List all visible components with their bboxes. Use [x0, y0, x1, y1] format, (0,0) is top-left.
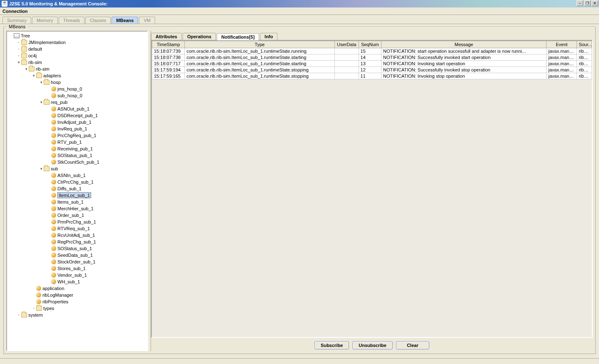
bean-icon [51, 219, 56, 224]
tree-node[interactable]: ▾req_pub [7, 99, 147, 106]
table-row[interactable]: 15:18:07:739com.oracle.rib.rib-sim.ItemL… [152, 48, 592, 54]
tree-node[interactable]: InvAdjust_pub_1 [7, 119, 147, 125]
tree-node[interactable]: ASNOut_pub_1 [7, 106, 147, 112]
table-cell [335, 54, 359, 61]
top-tab-memory[interactable]: Memory [32, 17, 58, 24]
table-cell: javax.mana... [547, 73, 577, 79]
tree-node[interactable]: RTVReq_sub_1 [7, 225, 147, 232]
tree-node[interactable]: WH_sub_1 [7, 278, 147, 285]
tree-node[interactable]: RTV_pub_1 [7, 139, 147, 145]
tree-node[interactable]: DSDReceipt_pub_1 [7, 112, 147, 119]
detail-tab-info[interactable]: Info [260, 33, 277, 40]
tree-node[interactable]: Receiving_pub_1 [7, 145, 147, 152]
tree-node[interactable]: ClrPrcChg_sub_1 [7, 179, 147, 185]
subscribe-button[interactable]: Subscribe [314, 341, 349, 349]
top-tab-mbeans[interactable]: MBeans [111, 17, 138, 24]
tree-node[interactable]: jms_hosp_0 [7, 86, 147, 92]
close-button[interactable]: ✕ [592, 0, 598, 6]
tree-node[interactable]: Diffs_sub_1 [7, 185, 147, 192]
tree-node[interactable]: SeedData_sub_1 [7, 252, 147, 258]
tree-node[interactable]: Tree [7, 32, 147, 39]
tree-node[interactable]: Stores_sub_1 [7, 265, 147, 272]
detail-tab-attributes[interactable]: Attributes [151, 33, 182, 40]
detail-tab-notifications[interactable]: Notifications[5] [217, 33, 259, 40]
table-cell: 11 [359, 73, 381, 79]
tree-node[interactable]: StockOrder_sub_1 [7, 258, 147, 265]
column-header[interactable]: Sour... [577, 41, 592, 48]
column-header[interactable]: SeqNum [359, 41, 381, 48]
tree-node[interactable]: ▾adapters [7, 72, 147, 79]
tree-node[interactable]: SOStatus_pub_1 [7, 152, 147, 159]
top-tab-threads[interactable]: Threads [59, 17, 84, 24]
collapse-toggle-icon[interactable]: ◦ [31, 306, 36, 310]
tree-node[interactable]: ◦oc4j [7, 52, 147, 59]
tree-node[interactable]: RcvUnitAdj_sub_1 [7, 232, 147, 239]
table-row[interactable]: 15:18:07:738com.oracle.rib.rib-sim.ItemL… [152, 54, 592, 61]
expand-toggle-icon[interactable]: ▾ [31, 74, 36, 78]
tree-node[interactable]: PrcChgReq_pub_1 [7, 132, 147, 139]
tree-node[interactable]: Items_sub_1 [7, 199, 147, 205]
mbeans-panel: MBeans Tree◦JMImplementation◦default◦oc4… [3, 27, 596, 354]
tree-node[interactable]: application [7, 285, 147, 292]
folder-icon [29, 66, 35, 71]
tree-node[interactable]: ▾sub [7, 165, 147, 172]
tree-node[interactable]: RegPrcChg_sub_1 [7, 239, 147, 245]
tree-node[interactable]: ItemLoc_sub_1 [7, 192, 147, 199]
tree-node-label: Order_sub_1 [57, 213, 84, 218]
collapse-toggle-icon[interactable]: ◦ [16, 47, 21, 51]
collapse-toggle-icon[interactable]: ◦ [16, 40, 21, 44]
java-icon [2, 1, 7, 7]
tree-node[interactable]: ◦types [7, 305, 147, 312]
expand-toggle-icon[interactable]: ▾ [39, 167, 44, 171]
mbean-tree[interactable]: Tree◦JMImplementation◦default◦oc4j▾rib-s… [6, 31, 148, 351]
tree-node[interactable]: sub_hosp_0 [7, 92, 147, 99]
collapse-toggle-icon[interactable]: ◦ [16, 54, 21, 58]
menu-connection[interactable]: Connection [2, 9, 28, 14]
top-tab-summary[interactable]: Summary [2, 17, 31, 24]
unsubscribe-button[interactable]: Unsubscribe [352, 341, 393, 349]
tree-node-label: RcvUnitAdj_sub_1 [57, 233, 95, 238]
maximize-button[interactable]: ❐ [584, 0, 591, 6]
tree-node[interactable]: SOStatus_sub_1 [7, 245, 147, 252]
collapse-toggle-icon[interactable]: ◦ [16, 313, 21, 317]
tree-node-label: rib-sim [36, 66, 50, 71]
tree-node[interactable]: StkCountSch_pub_1 [7, 159, 147, 165]
expand-toggle-icon[interactable]: ▾ [39, 100, 44, 104]
tree-node-label: adapters [43, 73, 61, 78]
tree-node[interactable]: PrmPrcChg_sub_1 [7, 219, 147, 225]
minimize-button[interactable]: − [577, 0, 583, 6]
table-row[interactable]: 15:17:59:165com.oracle.rib.rib-sim.ItemL… [152, 73, 592, 79]
clear-button[interactable]: Clear [396, 341, 429, 349]
tree-node[interactable]: ◦system [7, 312, 147, 318]
table-cell: NOTIFICATION: Successfully invoked start… [381, 54, 546, 61]
tree-node[interactable]: ▾rib-sim [7, 59, 147, 66]
tree-node[interactable]: ▾rib-sim [7, 66, 147, 72]
tree-node[interactable]: ◦default [7, 46, 147, 52]
splitter[interactable] [148, 31, 151, 351]
top-tab-classes[interactable]: Classes [85, 17, 111, 24]
column-header[interactable]: Type [185, 41, 335, 48]
top-tab-vm[interactable]: VM [139, 17, 155, 24]
expand-toggle-icon[interactable]: ▾ [24, 67, 29, 71]
table-row[interactable]: 15:17:59:194com.oracle.rib.rib-sim.ItemL… [152, 67, 592, 73]
tree-node[interactable]: MerchHier_sub_1 [7, 205, 147, 212]
expand-toggle-icon[interactable]: ▾ [39, 80, 44, 84]
tree-node[interactable]: ribLogManager [7, 292, 147, 298]
tree-node-label: DSDReceipt_pub_1 [57, 113, 98, 118]
expand-toggle-icon[interactable]: ▾ [16, 60, 21, 64]
tree-node[interactable]: ◦JMImplementation [7, 39, 147, 46]
detail-tabs: AttributesOperationsNotifications[5]Info [151, 31, 593, 40]
tree-node[interactable]: ▾hosp [7, 79, 147, 86]
tree-node[interactable]: ASNIn_sub_1 [7, 172, 147, 179]
tree-node[interactable]: InvReq_pub_1 [7, 125, 147, 132]
table-cell: com.oracle.rib.rib-sim.ItemLoc_sub_1.run… [185, 48, 335, 54]
table-row[interactable]: 15:18:07:717com.oracle.rib.rib-sim.ItemL… [152, 61, 592, 67]
column-header[interactable]: Message [381, 41, 546, 48]
tree-node[interactable]: ribProperties [7, 298, 147, 305]
column-header[interactable]: Event [547, 41, 577, 48]
detail-tab-operations[interactable]: Operations [183, 33, 216, 40]
column-header[interactable]: UserData [335, 41, 359, 48]
tree-node[interactable]: Vendor_sub_1 [7, 272, 147, 278]
tree-node[interactable]: Order_sub_1 [7, 212, 147, 219]
column-header[interactable]: TimeStamp [152, 41, 185, 48]
